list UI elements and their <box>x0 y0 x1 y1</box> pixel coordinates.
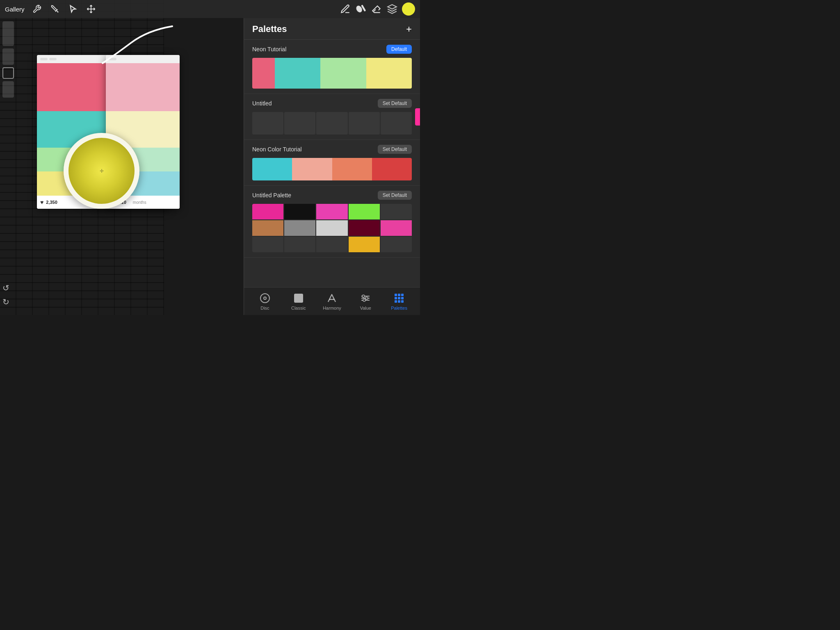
palette-name-4: Untitled Palette <box>252 192 291 199</box>
bottom-navigation: Disc Classic Harmony <box>244 287 420 315</box>
months-label: months <box>133 200 146 205</box>
swatch-pink-large[interactable] <box>252 58 275 89</box>
swatch-green[interactable] <box>320 58 366 89</box>
pg-dot <box>398 297 400 299</box>
palette-neon-color-tutorial: Neon Color Tutorial Set Default <box>244 140 420 186</box>
palettes-grid <box>395 294 404 303</box>
svg-point-15 <box>365 297 368 299</box>
nav-palettes[interactable]: Palettes <box>382 292 416 310</box>
empty-swatches <box>252 112 412 135</box>
grid-swatch-empty5[interactable] <box>381 237 412 252</box>
layers-icon[interactable] <box>386 3 398 15</box>
grid-swatch-6[interactable] <box>284 220 315 236</box>
layer-opacity-control[interactable] <box>2 67 14 79</box>
neon-color-tutorial-swatches[interactable] <box>252 158 412 180</box>
set-default-button[interactable]: Set Default <box>378 99 412 108</box>
pg-dot <box>398 300 400 303</box>
panel-title: Palettes <box>252 24 287 34</box>
grid-swatch-empty2[interactable] <box>252 237 283 252</box>
palette-name-2: Untitled <box>252 100 272 107</box>
swatch-row-top <box>275 58 412 89</box>
nav-harmony[interactable]: Harmony <box>315 292 349 310</box>
classic-icon <box>293 292 304 304</box>
grid-swatch-9[interactable] <box>381 220 412 236</box>
nav-value[interactable]: Value <box>349 292 382 310</box>
header-element <box>49 58 57 60</box>
selection-icon[interactable] <box>67 3 79 15</box>
swatch-yellow[interactable] <box>366 58 412 89</box>
swatch-cyan[interactable] <box>252 158 292 180</box>
drawing-stroke <box>82 22 185 71</box>
palette-item-header-2: Untitled Set Default <box>252 99 412 108</box>
svg-point-9 <box>264 297 266 299</box>
nav-classic[interactable]: Classic <box>282 292 315 310</box>
small-swatches <box>275 58 412 89</box>
disc-label: Disc <box>260 306 269 310</box>
empty-swatch-4 <box>349 112 380 135</box>
empty-swatch-3 <box>316 112 347 135</box>
swatch-salmon[interactable] <box>292 158 332 180</box>
pg-dot <box>401 300 404 303</box>
grid-swatch-3[interactable] <box>316 204 347 219</box>
color-picker-wheel[interactable]: ✛ <box>64 133 139 209</box>
neon-tutorial-swatches[interactable] <box>252 58 412 89</box>
grid-swatch-8[interactable] <box>349 220 380 236</box>
svg-point-16 <box>363 299 365 301</box>
undo-button[interactable]: ↺ <box>2 283 9 293</box>
untitled-palette-grid[interactable] <box>252 204 412 252</box>
pg-dot <box>395 300 397 303</box>
grid-swatch-empty3[interactable] <box>284 237 315 252</box>
grid-swatch-7[interactable] <box>316 220 347 236</box>
wrench-icon[interactable] <box>31 3 43 15</box>
swatch-orange[interactable] <box>332 158 372 180</box>
pg-dot <box>401 297 404 299</box>
svg-marker-7 <box>388 5 397 9</box>
grid-swatch-empty[interactable] <box>381 204 412 219</box>
palettes-icon <box>393 292 405 304</box>
pg-dot <box>398 294 400 296</box>
brush-size-slider-large[interactable] <box>2 21 14 46</box>
palettes-panel: Palettes + Neon Tutorial Default <box>244 18 420 315</box>
transform-icon[interactable] <box>85 3 97 15</box>
left-toolbar: ↺ ↻ <box>0 18 16 315</box>
empty-swatch-1 <box>252 112 283 135</box>
palette-item-header-3: Neon Color Tutorial Set Default <box>252 145 412 154</box>
gallery-button[interactable]: Gallery <box>5 6 25 13</box>
harmony-icon <box>326 292 338 304</box>
undo-redo-group: ↺ ↻ <box>2 283 9 307</box>
palette-untitled: Untitled Set Default <box>244 94 420 140</box>
svg-line-2 <box>57 11 58 12</box>
swatch-teal[interactable] <box>275 58 320 89</box>
grid-swatch-2[interactable] <box>284 204 315 219</box>
set-default-button-4[interactable]: Set Default <box>378 191 412 200</box>
pen-brush-icon[interactable] <box>340 3 351 15</box>
magic-wand-icon[interactable] <box>49 3 61 15</box>
brush-opacity-slider[interactable] <box>2 81 14 98</box>
harmony-label: Harmony <box>323 306 341 310</box>
heart-icon: ♥ <box>40 199 43 205</box>
default-button[interactable]: Default <box>386 45 412 54</box>
top-toolbar: Gallery <box>0 0 420 18</box>
palette-item-header: Neon Tutorial Default <box>252 45 412 54</box>
smudge-icon[interactable] <box>355 3 367 15</box>
set-default-button-3[interactable]: Set Default <box>378 145 412 154</box>
grid-swatch-5[interactable] <box>252 220 283 236</box>
value-icon <box>360 292 371 304</box>
swatch-red[interactable] <box>372 158 412 180</box>
nav-disc[interactable]: Disc <box>248 292 282 310</box>
palette-name: Neon Tutorial <box>252 46 286 52</box>
grid-swatch-4[interactable] <box>349 204 380 219</box>
palettes-label: Palettes <box>391 306 407 310</box>
grid-swatch-1[interactable] <box>252 204 283 219</box>
color-swatch-button[interactable] <box>402 2 415 16</box>
palette-item-header-4: Untitled Palette Set Default <box>252 191 412 200</box>
add-palette-button[interactable]: + <box>406 24 412 34</box>
brush-size-slider-medium[interactable] <box>2 48 14 65</box>
redo-button[interactable]: ↻ <box>2 297 9 307</box>
toolbar-right <box>340 0 415 18</box>
eraser-icon[interactable] <box>371 3 382 15</box>
grid-swatch-empty4[interactable] <box>316 237 347 252</box>
like-count-1: 2,350 <box>46 200 57 205</box>
empty-swatch-5 <box>381 112 412 135</box>
grid-swatch-10[interactable] <box>349 237 380 252</box>
